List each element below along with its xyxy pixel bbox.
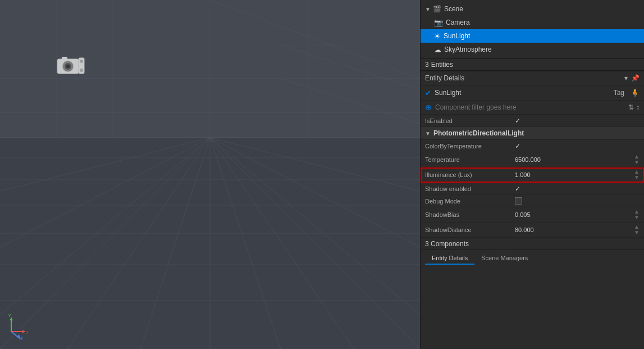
filter-icon-1[interactable]: ⇅ [628, 103, 634, 111]
scene-tree: ▼ 🎬 Scene 📷 Camera ☀ SunLight ☁ SkyAtmos… [421, 0, 644, 59]
illuminance-spinner[interactable]: ▲▼ [634, 169, 640, 180]
tab-entity-details[interactable]: Entity Details [425, 252, 474, 265]
scene-label: Scene [444, 5, 463, 13]
pin-icon[interactable]: 📌 [631, 74, 640, 82]
scene-chevron-icon: ▼ [425, 6, 431, 12]
entity-details-title: Entity Details [425, 74, 464, 82]
svg-point-42 [80, 69, 83, 72]
camera-icon [56, 53, 85, 81]
shadowdistance-label: ShadowDistance [425, 226, 515, 233]
colorbytemperature-check: ✓ [515, 142, 520, 150]
svg-rect-39 [62, 57, 67, 60]
illuminance-label: Illuminance (Lux) [425, 171, 515, 178]
skyatmosphere-tree-label: SkyAtmosphere [444, 46, 492, 53]
sunlight-tree-icon: ☀ [434, 32, 441, 40]
entity-check-icon[interactable]: ✔ [425, 89, 431, 97]
debug-mode-value[interactable] [515, 197, 640, 205]
svg-marker-44 [22, 330, 25, 333]
add-component-btn[interactable]: ⊕ [425, 103, 432, 112]
shadowbias-label: ShadowBias [425, 211, 515, 218]
component-chevron-icon: ▼ [425, 130, 431, 137]
tag-label: Tag [614, 89, 624, 97]
temperature-label: Temperature [425, 156, 515, 163]
svg-point-38 [66, 65, 70, 68]
bottom-tabs: Entity Details Scene Managers [421, 250, 644, 265]
prop-row-colorbytemperature: ColorByTemperature ✓ [421, 140, 644, 152]
is-enabled-check: ✓ [515, 117, 520, 125]
temperature-value: ▲▼ [515, 154, 640, 165]
svg-text:Y: Y [8, 313, 11, 318]
camera-tree-label: Camera [446, 19, 470, 26]
temperature-input[interactable] [515, 156, 634, 163]
debug-mode-label: Debug Mode [425, 198, 515, 205]
shadowdistance-spinner[interactable]: ▲▼ [634, 224, 640, 235]
entities-count-label: Entities [431, 61, 453, 69]
scene-header[interactable]: ▼ 🎬 Scene [421, 2, 644, 16]
person-icon: 🧍 [630, 88, 640, 97]
illuminance-value: ▲▼ [515, 169, 640, 180]
svg-point-41 [80, 60, 83, 63]
filter-icon-2[interactable]: ↕ [636, 103, 640, 111]
axes-widget: X Y Z [6, 312, 28, 340]
components-count-row: 3 Components [421, 238, 644, 250]
debug-mode-checkbox[interactable] [515, 197, 522, 205]
entities-count-row: 3 Entities [421, 59, 644, 71]
is-enabled-row: IsEnabled ✓ [421, 115, 644, 127]
component-filter-input[interactable] [435, 103, 625, 111]
filter-actions: ⇅ ↕ [628, 103, 640, 111]
entity-name-input[interactable] [435, 89, 610, 97]
prop-row-shadowbias: ShadowBias ▲▼ [421, 207, 644, 223]
entities-count-num: 3 [425, 61, 429, 69]
shadowdistance-value: ▲▼ [515, 224, 640, 235]
tab-scene-managers[interactable]: Scene Managers [474, 252, 535, 265]
camera-tree-icon: 📷 [434, 19, 443, 27]
components-count-label: 3 Components [425, 240, 469, 248]
shadowbias-input[interactable] [515, 211, 634, 218]
filter-row: ⊕ ⇅ ↕ [421, 101, 644, 115]
is-enabled-value[interactable]: ✓ [515, 117, 640, 125]
tree-item-skyatmosphere[interactable]: ☁ SkyAtmosphere [421, 43, 644, 56]
right-panel: ▼ 🎬 Scene 📷 Camera ☀ SunLight ☁ SkyAtmos… [420, 0, 644, 349]
component-name: PhotometricDirectionalLight [433, 129, 524, 137]
prop-row-temperature: Temperature ▲▼ [421, 152, 644, 167]
component-header[interactable]: ▼ PhotometricDirectionalLight [421, 127, 644, 140]
prop-row-debug-mode: Debug Mode [421, 195, 644, 207]
shadow-enabled-value[interactable]: ✓ [515, 185, 640, 193]
prop-row-shadowdistance: ShadowDistance ▲▼ [421, 223, 644, 238]
svg-text:X: X [26, 330, 28, 335]
sunlight-tree-label: SunLight [444, 32, 470, 40]
shadowbias-spinner[interactable]: ▲▼ [634, 209, 640, 220]
colorbytemperature-value[interactable]: ✓ [515, 142, 640, 150]
is-enabled-label: IsEnabled [425, 117, 515, 124]
shadow-enabled-label: Shadow enabled [425, 185, 515, 192]
scene-icon: 🎬 [433, 5, 441, 13]
shadowdistance-input[interactable] [515, 226, 634, 233]
shadow-enabled-check: ✓ [515, 185, 520, 193]
skyatmosphere-tree-icon: ☁ [434, 46, 441, 54]
svg-text:Z: Z [20, 336, 23, 340]
tree-item-sunlight[interactable]: ☀ SunLight [421, 29, 644, 43]
illuminance-input[interactable] [515, 171, 634, 178]
shadowbias-value: ▲▼ [515, 209, 640, 220]
component-properties: ColorByTemperature ✓ Temperature ▲▼ Illu… [421, 140, 644, 238]
colorbytemperature-label: ColorByTemperature [425, 143, 515, 149]
section-actions: ▾ 📌 [624, 74, 640, 82]
viewport[interactable]: X Y Z [0, 0, 420, 349]
entity-details-header: Entity Details ▾ 📌 [421, 71, 644, 85]
prop-row-illuminance: Illuminance (Lux) ▲▼ [421, 167, 644, 183]
entity-name-row: ✔ Tag 🧍 [421, 85, 644, 101]
tree-item-camera[interactable]: 📷 Camera [421, 16, 644, 29]
grid-canvas [0, 0, 420, 349]
prop-row-shadow-enabled: Shadow enabled ✓ [421, 183, 644, 195]
temperature-spinner[interactable]: ▲▼ [634, 154, 640, 165]
collapse-icon[interactable]: ▾ [624, 74, 628, 82]
